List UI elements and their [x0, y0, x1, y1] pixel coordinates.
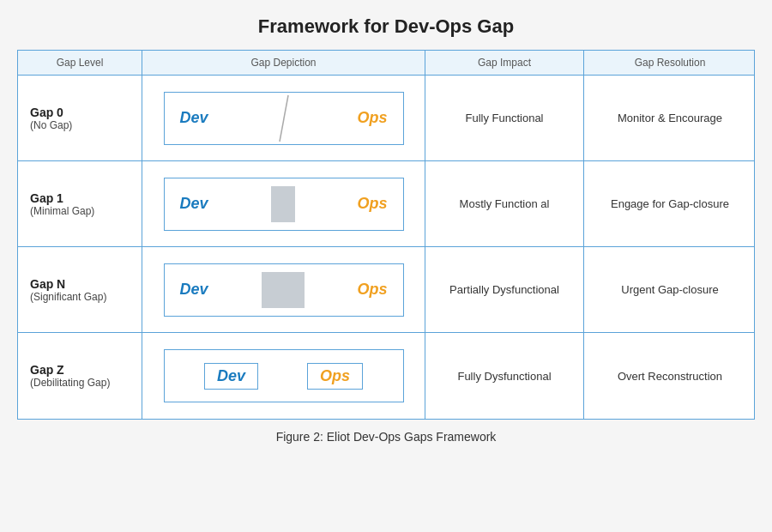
cell-depiction-1: Dev Ops [142, 161, 425, 246]
dev-label-1: Dev [180, 195, 208, 213]
gap0-diagonal [271, 92, 297, 145]
gapN-rect [262, 272, 305, 308]
depiction-box-0: Dev Ops [164, 92, 404, 145]
gap-name-1: Gap 1 [30, 191, 63, 205]
cell-resolution-0: Monitor & Encourage [584, 76, 756, 160]
ops-label-1: Ops [357, 195, 387, 213]
gap1-rect [271, 186, 295, 222]
gap-sub-0: (No Gap) [30, 119, 72, 131]
cell-gap-level-2: Gap N (Significant Gap) [18, 247, 142, 332]
cell-resolution-1: Engage for Gap-closure [584, 161, 756, 246]
ops-label-0: Ops [357, 109, 387, 127]
figure-caption: Figure 2: Eliot Dev-Ops Gaps Framework [276, 430, 497, 444]
gap-sub-2: (Significant Gap) [30, 291, 106, 303]
col-gap-level: Gap Level [18, 51, 142, 75]
depiction-box-2: Dev Ops [164, 263, 404, 317]
col-gap-impact: Gap Impact [425, 51, 584, 75]
cell-depiction-0: Dev Ops [142, 76, 425, 160]
page-title: Framework for Dev-Ops Gap [258, 15, 514, 38]
col-gap-resolution: Gap Resolution [584, 51, 756, 75]
dev-label-2: Dev [180, 281, 208, 299]
cell-depiction-2: Dev Ops [142, 247, 425, 332]
cell-resolution-3: Overt Reconstruction [584, 333, 756, 419]
gap-sub-3: (Debilitating Gap) [30, 377, 110, 389]
cell-impact-0: Fully Functional [425, 76, 584, 160]
cell-impact-2: Partially Dysfunctional [425, 247, 584, 332]
gap-name-0: Gap 0 [30, 106, 63, 119]
ops-label-2: Ops [357, 281, 387, 299]
framework-table: Gap Level Gap Depiction Gap Impact Gap R… [17, 50, 755, 420]
cell-resolution-2: Urgent Gap-closure [584, 247, 756, 332]
cell-impact-1: Mostly Function al [425, 161, 584, 246]
dev-label-0: Dev [180, 109, 208, 127]
cell-gap-level-0: Gap 0 (No Gap) [18, 76, 142, 160]
table-row: Gap N (Significant Gap) Dev Ops Partiall… [18, 247, 754, 333]
cell-depiction-3: Dev Ops [142, 333, 425, 419]
cell-gap-level-1: Gap 1 (Minimal Gap) [18, 161, 142, 246]
column-headers: Gap Level Gap Depiction Gap Impact Gap R… [18, 51, 754, 76]
ops-label-3: Ops [320, 367, 350, 384]
gapZ-dev-box: Dev [204, 363, 258, 390]
depiction-box-3: Dev Ops [164, 349, 404, 402]
cell-gap-level-3: Gap Z (Debilitating Gap) [18, 333, 142, 419]
svg-line-0 [280, 95, 288, 142]
table-row: Gap 0 (No Gap) Dev Ops Fully Functional … [18, 76, 754, 161]
gap-sub-1: (Minimal Gap) [30, 205, 94, 217]
gapZ-ops-box: Ops [307, 363, 363, 390]
gap-name-2: Gap N [30, 277, 65, 291]
table-row: Gap 1 (Minimal Gap) Dev Ops Mostly Funct… [18, 161, 754, 247]
depiction-box-1: Dev Ops [164, 178, 404, 231]
gap-name-3: Gap Z [30, 363, 64, 377]
table-row: Gap Z (Debilitating Gap) Dev Ops Fully D… [18, 333, 754, 419]
dev-label-3: Dev [217, 367, 245, 384]
cell-impact-3: Fully Dysfunctional [425, 333, 584, 419]
col-gap-depiction: Gap Depiction [142, 51, 425, 75]
